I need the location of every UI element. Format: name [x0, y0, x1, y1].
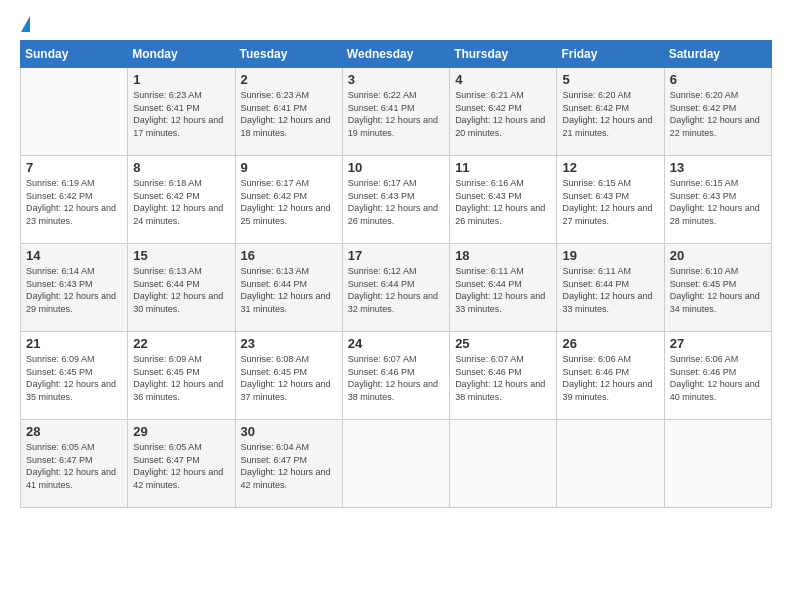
- calendar-cell: 4Sunrise: 6:21 AMSunset: 6:42 PMDaylight…: [450, 68, 557, 156]
- calendar-week-5: 28Sunrise: 6:05 AMSunset: 6:47 PMDayligh…: [21, 420, 772, 508]
- day-number: 28: [26, 424, 122, 439]
- day-number: 2: [241, 72, 337, 87]
- calendar-header-monday: Monday: [128, 41, 235, 68]
- day-info: Sunrise: 6:11 AMSunset: 6:44 PMDaylight:…: [455, 265, 551, 315]
- day-info: Sunrise: 6:20 AMSunset: 6:42 PMDaylight:…: [670, 89, 766, 139]
- header: [20, 16, 772, 30]
- day-number: 7: [26, 160, 122, 175]
- page: SundayMondayTuesdayWednesdayThursdayFrid…: [0, 0, 792, 612]
- day-number: 27: [670, 336, 766, 351]
- day-number: 4: [455, 72, 551, 87]
- calendar-week-3: 14Sunrise: 6:14 AMSunset: 6:43 PMDayligh…: [21, 244, 772, 332]
- logo: [20, 16, 30, 30]
- day-number: 17: [348, 248, 444, 263]
- logo-triangle-icon: [21, 16, 30, 32]
- day-info: Sunrise: 6:15 AMSunset: 6:43 PMDaylight:…: [670, 177, 766, 227]
- calendar-cell: 14Sunrise: 6:14 AMSunset: 6:43 PMDayligh…: [21, 244, 128, 332]
- day-number: 11: [455, 160, 551, 175]
- day-info: Sunrise: 6:08 AMSunset: 6:45 PMDaylight:…: [241, 353, 337, 403]
- calendar-cell: 21Sunrise: 6:09 AMSunset: 6:45 PMDayligh…: [21, 332, 128, 420]
- day-info: Sunrise: 6:22 AMSunset: 6:41 PMDaylight:…: [348, 89, 444, 139]
- calendar-cell: 8Sunrise: 6:18 AMSunset: 6:42 PMDaylight…: [128, 156, 235, 244]
- day-info: Sunrise: 6:07 AMSunset: 6:46 PMDaylight:…: [348, 353, 444, 403]
- day-info: Sunrise: 6:04 AMSunset: 6:47 PMDaylight:…: [241, 441, 337, 491]
- calendar-cell: [342, 420, 449, 508]
- calendar-cell: 27Sunrise: 6:06 AMSunset: 6:46 PMDayligh…: [664, 332, 771, 420]
- calendar-cell: 5Sunrise: 6:20 AMSunset: 6:42 PMDaylight…: [557, 68, 664, 156]
- day-number: 20: [670, 248, 766, 263]
- calendar-header-sunday: Sunday: [21, 41, 128, 68]
- calendar-header-saturday: Saturday: [664, 41, 771, 68]
- calendar-cell: 25Sunrise: 6:07 AMSunset: 6:46 PMDayligh…: [450, 332, 557, 420]
- calendar-week-1: 1Sunrise: 6:23 AMSunset: 6:41 PMDaylight…: [21, 68, 772, 156]
- calendar-header-row: SundayMondayTuesdayWednesdayThursdayFrid…: [21, 41, 772, 68]
- calendar-cell: 9Sunrise: 6:17 AMSunset: 6:42 PMDaylight…: [235, 156, 342, 244]
- day-number: 3: [348, 72, 444, 87]
- calendar-cell: 11Sunrise: 6:16 AMSunset: 6:43 PMDayligh…: [450, 156, 557, 244]
- calendar-week-4: 21Sunrise: 6:09 AMSunset: 6:45 PMDayligh…: [21, 332, 772, 420]
- day-info: Sunrise: 6:19 AMSunset: 6:42 PMDaylight:…: [26, 177, 122, 227]
- day-info: Sunrise: 6:05 AMSunset: 6:47 PMDaylight:…: [133, 441, 229, 491]
- day-number: 14: [26, 248, 122, 263]
- calendar-body: 1Sunrise: 6:23 AMSunset: 6:41 PMDaylight…: [21, 68, 772, 508]
- calendar-cell: 7Sunrise: 6:19 AMSunset: 6:42 PMDaylight…: [21, 156, 128, 244]
- calendar-cell: [664, 420, 771, 508]
- day-info: Sunrise: 6:05 AMSunset: 6:47 PMDaylight:…: [26, 441, 122, 491]
- calendar-header-friday: Friday: [557, 41, 664, 68]
- calendar-cell: [450, 420, 557, 508]
- calendar-cell: 1Sunrise: 6:23 AMSunset: 6:41 PMDaylight…: [128, 68, 235, 156]
- day-number: 15: [133, 248, 229, 263]
- day-info: Sunrise: 6:09 AMSunset: 6:45 PMDaylight:…: [26, 353, 122, 403]
- day-info: Sunrise: 6:10 AMSunset: 6:45 PMDaylight:…: [670, 265, 766, 315]
- calendar-cell: 12Sunrise: 6:15 AMSunset: 6:43 PMDayligh…: [557, 156, 664, 244]
- calendar-cell: 20Sunrise: 6:10 AMSunset: 6:45 PMDayligh…: [664, 244, 771, 332]
- day-number: 8: [133, 160, 229, 175]
- day-info: Sunrise: 6:13 AMSunset: 6:44 PMDaylight:…: [133, 265, 229, 315]
- calendar-cell: [21, 68, 128, 156]
- calendar-cell: 28Sunrise: 6:05 AMSunset: 6:47 PMDayligh…: [21, 420, 128, 508]
- day-number: 16: [241, 248, 337, 263]
- day-info: Sunrise: 6:16 AMSunset: 6:43 PMDaylight:…: [455, 177, 551, 227]
- day-info: Sunrise: 6:18 AMSunset: 6:42 PMDaylight:…: [133, 177, 229, 227]
- day-number: 30: [241, 424, 337, 439]
- day-number: 9: [241, 160, 337, 175]
- day-info: Sunrise: 6:14 AMSunset: 6:43 PMDaylight:…: [26, 265, 122, 315]
- calendar-cell: 29Sunrise: 6:05 AMSunset: 6:47 PMDayligh…: [128, 420, 235, 508]
- day-info: Sunrise: 6:23 AMSunset: 6:41 PMDaylight:…: [133, 89, 229, 139]
- calendar-cell: 26Sunrise: 6:06 AMSunset: 6:46 PMDayligh…: [557, 332, 664, 420]
- calendar-cell: 16Sunrise: 6:13 AMSunset: 6:44 PMDayligh…: [235, 244, 342, 332]
- day-number: 25: [455, 336, 551, 351]
- day-number: 5: [562, 72, 658, 87]
- day-info: Sunrise: 6:06 AMSunset: 6:46 PMDaylight:…: [562, 353, 658, 403]
- calendar-cell: 30Sunrise: 6:04 AMSunset: 6:47 PMDayligh…: [235, 420, 342, 508]
- calendar-cell: 18Sunrise: 6:11 AMSunset: 6:44 PMDayligh…: [450, 244, 557, 332]
- day-info: Sunrise: 6:20 AMSunset: 6:42 PMDaylight:…: [562, 89, 658, 139]
- calendar-cell: [557, 420, 664, 508]
- calendar-cell: 3Sunrise: 6:22 AMSunset: 6:41 PMDaylight…: [342, 68, 449, 156]
- calendar-header-tuesday: Tuesday: [235, 41, 342, 68]
- day-number: 6: [670, 72, 766, 87]
- day-number: 21: [26, 336, 122, 351]
- day-number: 23: [241, 336, 337, 351]
- day-number: 24: [348, 336, 444, 351]
- day-info: Sunrise: 6:15 AMSunset: 6:43 PMDaylight:…: [562, 177, 658, 227]
- calendar-cell: 10Sunrise: 6:17 AMSunset: 6:43 PMDayligh…: [342, 156, 449, 244]
- day-number: 22: [133, 336, 229, 351]
- day-number: 18: [455, 248, 551, 263]
- calendar-cell: 6Sunrise: 6:20 AMSunset: 6:42 PMDaylight…: [664, 68, 771, 156]
- day-info: Sunrise: 6:06 AMSunset: 6:46 PMDaylight:…: [670, 353, 766, 403]
- day-info: Sunrise: 6:09 AMSunset: 6:45 PMDaylight:…: [133, 353, 229, 403]
- calendar-header-thursday: Thursday: [450, 41, 557, 68]
- day-info: Sunrise: 6:17 AMSunset: 6:42 PMDaylight:…: [241, 177, 337, 227]
- day-info: Sunrise: 6:23 AMSunset: 6:41 PMDaylight:…: [241, 89, 337, 139]
- day-number: 19: [562, 248, 658, 263]
- day-number: 12: [562, 160, 658, 175]
- calendar-week-2: 7Sunrise: 6:19 AMSunset: 6:42 PMDaylight…: [21, 156, 772, 244]
- calendar-cell: 13Sunrise: 6:15 AMSunset: 6:43 PMDayligh…: [664, 156, 771, 244]
- day-info: Sunrise: 6:12 AMSunset: 6:44 PMDaylight:…: [348, 265, 444, 315]
- calendar-cell: 19Sunrise: 6:11 AMSunset: 6:44 PMDayligh…: [557, 244, 664, 332]
- day-number: 13: [670, 160, 766, 175]
- calendar-cell: 22Sunrise: 6:09 AMSunset: 6:45 PMDayligh…: [128, 332, 235, 420]
- day-info: Sunrise: 6:17 AMSunset: 6:43 PMDaylight:…: [348, 177, 444, 227]
- calendar-header-wednesday: Wednesday: [342, 41, 449, 68]
